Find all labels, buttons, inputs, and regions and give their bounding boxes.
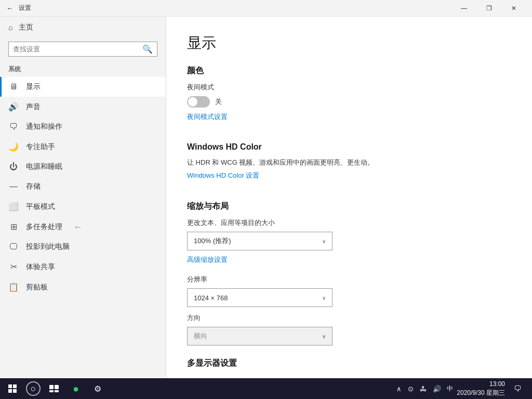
- sidebar-item-tablet[interactable]: ⬜ 平板模式: [0, 196, 166, 217]
- date-display: 2020/9/30 星期三: [457, 389, 505, 397]
- scale-dropdown[interactable]: 100% (推荐) ∨: [187, 232, 332, 250]
- advanced-scale-link[interactable]: 高级缩放设置: [187, 255, 228, 264]
- minimize-button[interactable]: —: [452, 0, 476, 17]
- sidebar-item-label: 剪贴板: [26, 283, 48, 292]
- night-mode-settings-link[interactable]: 夜间模式设置: [187, 112, 228, 122]
- night-mode-toggle[interactable]: [187, 96, 210, 108]
- hdr-section-title: Windows HD Color: [187, 142, 511, 152]
- home-icon: ⌂: [8, 23, 12, 32]
- start-button[interactable]: [2, 378, 23, 399]
- taskbar: ○ ● ⚙ ∧ ⊙ 🖧 🔊 中 13:00 2020/9/30 星期三 🗨: [0, 378, 532, 399]
- multitask-icon: ⊞: [8, 222, 19, 232]
- sidebar-item-label: 平板模式: [26, 202, 55, 211]
- window-controls: — ❐ ✕: [452, 0, 526, 17]
- page-title: 显示: [187, 33, 511, 53]
- sidebar-item-label: 体验共享: [26, 262, 55, 272]
- svg-rect-3: [13, 389, 17, 393]
- search-icon: 🔍: [142, 44, 153, 54]
- orientation-dropdown-wrap: 横向 ∨: [187, 327, 511, 345]
- main-layout: ⌂ 主页 🔍 系统 🖥 显示 🔊 声音 🗨 通知和操作 🌙 专注助手 ⏻ 电源和…: [0, 17, 532, 378]
- time-display: 13:00: [457, 380, 505, 389]
- sidebar-item-project[interactable]: 🖵 投影到此电脑: [0, 237, 166, 257]
- scale-dropdown-arrow: ∨: [322, 238, 326, 244]
- content-area: 显示 颜色 夜间模式 关 夜间模式设置 Windows HD Color 让 H…: [166, 17, 532, 378]
- svg-rect-2: [8, 389, 12, 393]
- orientation-label: 方向: [187, 313, 511, 323]
- sidebar-item-share[interactable]: ✂ 体验共享: [0, 257, 166, 277]
- search-input[interactable]: [13, 45, 139, 53]
- sidebar-item-label: 存储: [26, 182, 41, 191]
- resolution-value: 532 × 399: [194, 294, 228, 302]
- app-button-green[interactable]: ●: [65, 378, 86, 399]
- svg-rect-5: [55, 385, 59, 389]
- scale-section-title: 缩放与布局: [187, 201, 511, 212]
- notify-icon: 🗨: [8, 122, 19, 131]
- multi-display-section-title: 多显示器设置: [187, 358, 511, 369]
- network-icon: 🖧: [418, 385, 429, 393]
- resolution-dropdown[interactable]: 532 × 399 ∨: [187, 288, 332, 307]
- sidebar-item-power[interactable]: ⏻ 电源和睡眠: [0, 157, 166, 177]
- taskbar-right: ∧ ⊙ 🖧 🔊 中 13:00 2020/9/30 星期三 🗨: [394, 378, 530, 399]
- sidebar-home[interactable]: ⌂ 主页: [0, 17, 166, 38]
- power-icon: ⏻: [8, 162, 19, 171]
- restore-button[interactable]: ❐: [477, 0, 501, 17]
- sidebar-item-display[interactable]: 🖥 显示: [0, 77, 166, 97]
- resolution-dropdown-wrap: 532 × 399 ∨: [187, 288, 511, 307]
- svg-rect-1: [13, 384, 17, 388]
- sidebar-item-multitask[interactable]: ⊞ 多任务处理 ←: [0, 217, 166, 237]
- scale-dropdown-wrap: 100% (推荐) ∨: [187, 232, 511, 250]
- sidebar-item-label: 声音: [26, 102, 41, 112]
- sidebar-item-label: 显示: [26, 82, 41, 91]
- color-section-title: 颜色: [187, 65, 511, 76]
- orientation-value: 横向: [194, 331, 207, 341]
- sidebar-item-notify[interactable]: 🗨 通知和操作: [0, 117, 166, 137]
- share-icon: ✂: [8, 262, 19, 272]
- svg-rect-4: [49, 385, 54, 389]
- night-mode-toggle-row: 关: [187, 96, 511, 108]
- language-indicator[interactable]: 中: [445, 384, 455, 393]
- svg-rect-6: [49, 390, 54, 392]
- storage-icon: —: [8, 182, 19, 191]
- resolution-label: 分辨率: [187, 275, 511, 284]
- sidebar-item-sound[interactable]: 🔊 声音: [0, 97, 166, 117]
- svg-rect-0: [8, 384, 12, 388]
- sidebar-item-label: 投影到此电脑: [26, 242, 70, 251]
- sidebar-search-box[interactable]: 🔍: [8, 42, 157, 57]
- display-icon: 🖥: [8, 82, 19, 91]
- sidebar-item-label: 专注助手: [26, 142, 55, 152]
- svg-rect-7: [55, 390, 59, 392]
- orientation-dropdown[interactable]: 横向 ∨: [187, 327, 332, 345]
- close-button[interactable]: ✕: [502, 0, 526, 17]
- sidebar-section-label: 系统: [0, 63, 166, 77]
- sound-icon: 🔊: [8, 102, 19, 112]
- sidebar-item-clipboard[interactable]: 📋 剪贴板: [0, 277, 166, 297]
- sidebar-item-label: 多任务处理: [26, 222, 62, 232]
- sidebar: ⌂ 主页 🔍 系统 🖥 显示 🔊 声音 🗨 通知和操作 🌙 专注助手 ⏻ 电源和…: [0, 17, 166, 378]
- chevron-up-icon[interactable]: ∧: [394, 385, 404, 393]
- focus-icon: 🌙: [8, 142, 19, 152]
- sidebar-home-label: 主页: [19, 23, 33, 32]
- night-mode-label: 夜间模式: [187, 83, 511, 92]
- titlebar: ← 设置 — ❐ ✕: [0, 0, 532, 17]
- sidebar-item-label: 通知和操作: [26, 122, 62, 131]
- clipboard-icon: 📋: [8, 282, 19, 292]
- notification-button[interactable]: 🗨: [507, 378, 528, 399]
- search-button[interactable]: ○: [26, 381, 41, 396]
- app-button-settings[interactable]: ⚙: [87, 378, 108, 399]
- orientation-dropdown-arrow: ∨: [322, 334, 326, 339]
- sidebar-item-storage[interactable]: — 存储: [0, 177, 166, 196]
- volume-icon[interactable]: 🔊: [431, 385, 443, 393]
- clock: 13:00 2020/9/30 星期三: [457, 380, 505, 397]
- tablet-icon: ⬜: [8, 202, 19, 211]
- sidebar-item-label: 电源和睡眠: [26, 162, 62, 171]
- scale-value: 100% (推荐): [194, 236, 231, 246]
- radio-icon: ⊙: [406, 385, 416, 393]
- night-mode-state: 关: [215, 97, 222, 107]
- back-button[interactable]: ←: [6, 4, 14, 12]
- resolution-dropdown-arrow: ∨: [322, 295, 326, 301]
- hdr-settings-link[interactable]: Windows HD Color 设置: [187, 171, 259, 180]
- sidebar-item-focus[interactable]: 🌙 专注助手: [0, 137, 166, 157]
- scale-label: 更改文本、应用等项目的大小: [187, 218, 511, 228]
- project-icon: 🖵: [8, 242, 19, 251]
- taskview-button[interactable]: [44, 378, 64, 399]
